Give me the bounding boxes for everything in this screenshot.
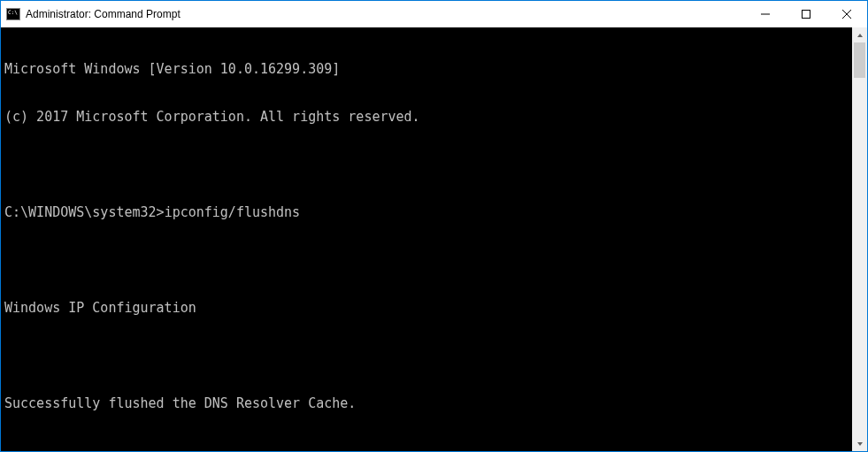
close-button[interactable] [826, 1, 867, 27]
terminal-line: Successfully flushed the DNS Resolver Ca… [4, 395, 849, 411]
vertical-scrollbar[interactable] [852, 27, 867, 451]
terminal-blank [4, 348, 849, 364]
terminal-blank [4, 443, 849, 451]
scroll-down-button[interactable] [852, 436, 867, 451]
terminal-blank [4, 252, 849, 268]
svg-marker-7 [857, 442, 863, 446]
scrollbar-track[interactable] [852, 42, 867, 436]
prompt: C:\WINDOWS\system32> [4, 204, 165, 220]
window-controls [745, 1, 867, 27]
terminal-line: (c) 2017 Microsoft Corporation. All righ… [4, 109, 849, 125]
terminal[interactable]: Microsoft Windows [Version 10.0.16299.30… [1, 27, 852, 451]
terminal-line: Microsoft Windows [Version 10.0.16299.30… [4, 61, 849, 77]
window: C:\ Administrator: Command Prompt Micros… [0, 0, 868, 452]
scroll-up-button[interactable] [852, 27, 867, 42]
command: ipconfig/flushdns [165, 204, 301, 220]
terminal-blank [4, 157, 849, 172]
content-area: Microsoft Windows [Version 10.0.16299.30… [1, 27, 867, 451]
titlebar[interactable]: C:\ Administrator: Command Prompt [1, 1, 867, 27]
svg-rect-3 [803, 11, 810, 19]
minimize-button[interactable] [745, 1, 786, 27]
terminal-line: C:\WINDOWS\system32>ipconfig/flushdns [4, 204, 849, 220]
svg-text:C:\: C:\ [8, 9, 18, 15]
maximize-button[interactable] [786, 1, 826, 27]
cmd-icon: C:\ [6, 7, 20, 21]
svg-marker-6 [857, 34, 863, 37]
scrollbar-thumb[interactable] [854, 42, 865, 78]
terminal-line: Windows IP Configuration [4, 300, 849, 316]
window-title: Administrator: Command Prompt [26, 8, 181, 20]
